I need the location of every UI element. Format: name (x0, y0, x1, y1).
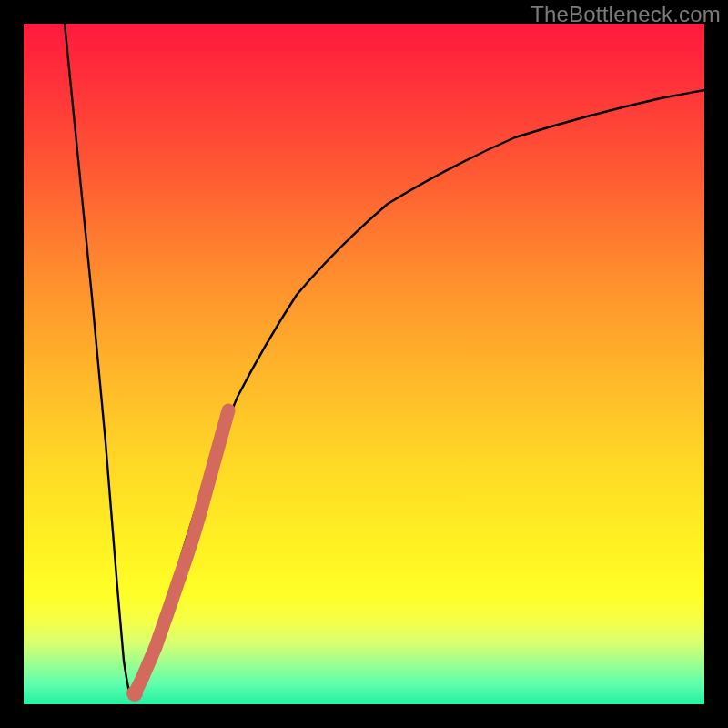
curve-layer (24, 24, 704, 704)
plot-area (24, 24, 704, 704)
highlight-end-dot (126, 685, 143, 702)
attribution-text: TheBottleneck.com (531, 2, 721, 27)
chart-frame: TheBottleneck.com (0, 0, 728, 728)
highlight-segment (135, 410, 228, 693)
bottleneck-curve (65, 24, 704, 695)
